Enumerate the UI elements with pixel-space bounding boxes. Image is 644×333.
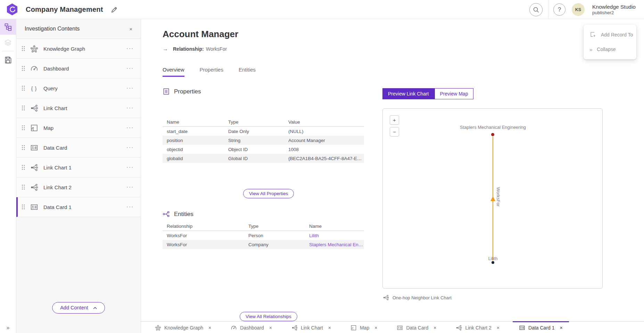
item-options-icon[interactable]: ··· [124, 143, 136, 152]
rail-save-button[interactable] [0, 52, 16, 68]
cell-name: start_date [163, 129, 224, 134]
user-role: publisher2 [592, 10, 636, 16]
close-tab-icon[interactable]: × [374, 325, 377, 331]
tab-properties[interactable]: Properties [200, 67, 223, 77]
data-card-icon [30, 203, 38, 211]
item-options-icon[interactable]: ··· [124, 182, 136, 192]
drag-handle-icon[interactable] [22, 204, 25, 210]
properties-section-title: Properties [174, 88, 201, 95]
bottom-tab-link-chart[interactable]: Link Chart × [285, 321, 337, 333]
add-content-label: Add Content [60, 305, 88, 310]
bottom-tab-link-chart-2[interactable]: Link Chart 2 × [449, 321, 506, 333]
sidebar-item-data-card[interactable]: Data Card ··· [16, 138, 141, 158]
drag-handle-icon[interactable] [22, 145, 25, 150]
entity-link[interactable]: Lilith [305, 233, 364, 238]
link-chart-icon [456, 325, 462, 331]
bottom-tab-map[interactable]: Map × [344, 321, 383, 333]
dashboard-icon [231, 325, 237, 331]
knowledge-graph-icon [155, 325, 161, 331]
close-tab-icon[interactable]: × [497, 325, 499, 331]
item-options-icon[interactable]: ··· [124, 163, 136, 172]
properties-table: Name Type Value start_date Date Only (NU… [163, 118, 364, 163]
edit-title-button[interactable] [111, 6, 117, 13]
sidebar-close-button[interactable]: × [128, 25, 134, 33]
bottom-tab-data-card[interactable]: Data Card × [390, 321, 443, 333]
entity-link[interactable]: Staplers Mechanical Eng... [305, 242, 364, 247]
cell-type: Company [244, 242, 305, 247]
dashboard-icon [30, 65, 38, 73]
menu-item-label: Collapse [597, 47, 616, 52]
rail-layers-button[interactable] [0, 35, 16, 50]
search-button[interactable] [529, 3, 543, 16]
view-all-relationships-button[interactable]: View All Relationships [240, 312, 297, 321]
preview-map-button[interactable]: Preview Map [435, 88, 474, 99]
menu-item-collapse[interactable]: » Collapse [584, 42, 636, 57]
view-all-properties-button[interactable]: View All Properties [243, 189, 294, 198]
tab-entities[interactable]: Entities [239, 67, 256, 77]
item-options-icon[interactable]: ··· [124, 103, 136, 113]
add-content-button[interactable]: Add Content [52, 302, 105, 314]
company-node-dot[interactable] [491, 133, 494, 136]
close-tab-icon[interactable]: × [269, 325, 272, 331]
bottom-tab-dashboard[interactable]: Dashboard × [224, 321, 278, 333]
item-options-icon[interactable]: ··· [124, 44, 136, 53]
pencil-icon [111, 6, 117, 13]
drag-handle-icon[interactable] [22, 66, 25, 71]
item-options-icon[interactable]: ··· [124, 64, 136, 73]
item-options-icon[interactable]: ··· [124, 202, 136, 212]
link-chart-icon [30, 183, 38, 191]
sidebar-item-knowledge-graph[interactable]: Knowledge Graph ··· [16, 39, 141, 59]
properties-section-header: Properties [163, 88, 201, 95]
braces-icon: { } [30, 85, 39, 91]
map-icon [30, 124, 38, 132]
link-chart-preview[interactable]: + − Staplers Mechanical Engineering Work… [382, 108, 603, 289]
cell-value: (NULL) [284, 129, 364, 134]
preview-link-chart-button[interactable]: Preview Link Chart [382, 88, 435, 99]
close-tab-icon[interactable]: × [328, 325, 331, 331]
close-tab-icon[interactable]: × [560, 325, 563, 331]
drag-handle-icon[interactable] [22, 125, 25, 131]
drag-handle-icon[interactable] [22, 165, 25, 170]
person-node-dot[interactable] [492, 261, 494, 264]
rail-divider [2, 51, 14, 51]
help-button[interactable]: ? [553, 3, 565, 16]
zoom-in-button[interactable]: + [390, 115, 399, 125]
menu-item-add-record-to[interactable]: Add Record To [584, 27, 636, 42]
company-node-label[interactable]: Staplers Mechanical Engineering [460, 125, 526, 130]
bottom-tab-label: Dashboard [240, 325, 264, 331]
sidebar-item-map[interactable]: Map ··· [16, 118, 141, 138]
drag-handle-icon[interactable] [22, 46, 25, 51]
close-tab-icon[interactable]: × [434, 325, 436, 331]
preview-toggle: Preview Link Chart Preview Map [382, 88, 473, 99]
worksfor-edge-label: WorksFor [496, 187, 501, 207]
drag-handle-icon[interactable] [22, 85, 25, 91]
sidebar-item-link-chart[interactable]: Link Chart ··· [16, 98, 141, 118]
tab-overview[interactable]: Overview [163, 67, 184, 77]
cell-name: position [163, 138, 224, 143]
drag-handle-icon[interactable] [22, 184, 25, 190]
bottom-tab-knowledge-graph[interactable]: Knowledge Graph × [149, 321, 217, 333]
user-avatar[interactable]: KS [572, 3, 585, 16]
sidebar-item-link-chart-2[interactable]: Link Chart 2 ··· [16, 177, 141, 197]
main-content: Account Manager → Relationship: WorksFor… [141, 19, 644, 321]
item-options-icon[interactable]: ··· [124, 123, 136, 133]
item-options-icon[interactable]: ··· [124, 83, 136, 93]
rail-investigation-contents-button[interactable] [0, 19, 16, 35]
table-header-row: Relationship Type Name [163, 222, 364, 231]
bottom-tab-label: Knowledge Graph [164, 325, 203, 331]
sidebar-item-dashboard[interactable]: Dashboard ··· [16, 59, 141, 78]
user-info: Knowledge Studio publisher2 [592, 4, 636, 15]
rail-expand-button[interactable]: » [0, 325, 16, 331]
sidebar-item-query[interactable]: { } Query ··· [16, 78, 141, 98]
zoom-out-button[interactable]: − [390, 127, 399, 136]
drag-handle-icon[interactable] [22, 105, 25, 111]
sidebar-item-link-chart-1[interactable]: Link Chart 1 ··· [16, 158, 141, 177]
arrow-right-icon: → [163, 46, 168, 52]
close-tab-icon[interactable]: × [208, 325, 211, 331]
cell-value: Account Manager [284, 138, 364, 143]
cell-type: Global ID [224, 156, 284, 161]
sidebar-item-data-card-1[interactable]: Data Card 1 ··· [16, 197, 141, 217]
person-node-label[interactable]: Lilith [488, 256, 498, 261]
bottom-tab-data-card-1[interactable]: Data Card 1 × [513, 321, 569, 333]
relationship-value: WorksFor [206, 46, 227, 52]
